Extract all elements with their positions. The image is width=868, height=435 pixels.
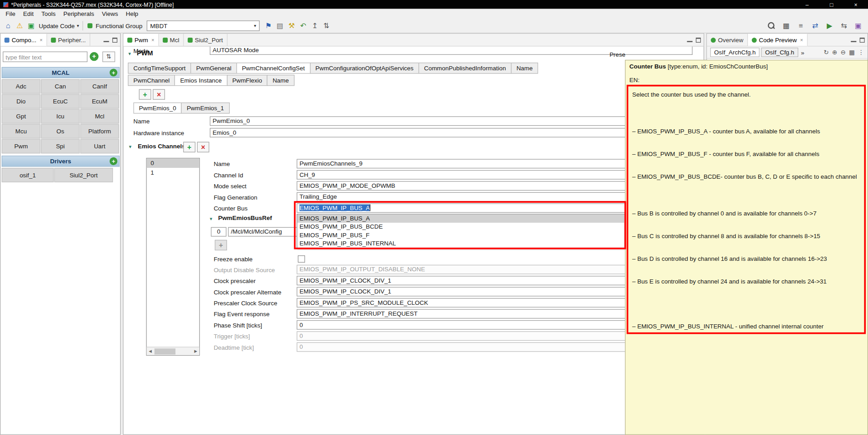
scroll-left-icon[interactable]: ◀ [147, 349, 154, 353]
tab-code-preview[interactable]: Code Preview × [748, 34, 808, 46]
maximize-view-icon[interactable] [696, 37, 701, 42]
tab-pwmflexio[interactable]: PwmFlexio [227, 75, 267, 86]
close-button[interactable]: × [844, 0, 868, 9]
update-code-icon[interactable]: ▣ [26, 20, 36, 31]
mcal-item-pwm[interactable]: Pwm [2, 139, 40, 154]
sync-icon[interactable]: ⇆ [839, 20, 849, 31]
close-tab-icon[interactable]: × [151, 37, 154, 43]
channel-list-scrollbar[interactable]: ◀ ▶ [147, 347, 199, 355]
busref-section-chevron-icon[interactable]: ▾ [210, 216, 213, 221]
tab-peripherals[interactable]: Peripher... [47, 34, 90, 46]
run-icon[interactable]: ▶ [824, 20, 835, 31]
report-icon[interactable]: ▤ [275, 20, 285, 31]
tab-pwm[interactable]: Pwm × [123, 34, 159, 46]
dropdown-option-bus-bcde[interactable]: EMIOS_PWM_IP_BUS_BCDE [297, 223, 625, 231]
export-icon[interactable]: ↥ [310, 20, 320, 31]
add-component-button[interactable]: + [90, 52, 99, 61]
list-icon[interactable]: ≡ [795, 20, 806, 31]
mcal-item-dio[interactable]: Dio [2, 94, 40, 109]
mcal-item-can[interactable]: Can [41, 79, 79, 94]
menu-edit[interactable]: Edit [19, 9, 37, 19]
mcal-item-canif[interactable]: CanIf [80, 79, 119, 94]
channels-section-chevron-icon[interactable]: ▾ [129, 144, 132, 150]
grid-perspective-icon[interactable]: ▦ [781, 20, 791, 31]
menu-help[interactable]: Help [122, 9, 142, 19]
file-tab-archcfg[interactable]: OsIf_ArchCfg.h [710, 48, 760, 57]
sort-icon[interactable]: ⇅ [321, 20, 332, 31]
mcal-item-ecuc[interactable]: EcuC [41, 94, 79, 109]
filter-input[interactable] [3, 52, 87, 62]
tab-name2[interactable]: Name [267, 75, 294, 86]
combo-caret-icon[interactable]: ▾ [251, 23, 259, 28]
minimize-view-icon[interactable] [103, 38, 109, 42]
add-driver-button[interactable]: + [110, 157, 117, 165]
functional-group-select[interactable]: MBDT ▾ [147, 20, 260, 31]
columns-icon[interactable]: ▦ [849, 49, 855, 56]
tab-pwmchannelconfigset[interactable]: PwmChannelConfigSet [236, 63, 310, 73]
mcal-item-spi[interactable]: Spi [41, 139, 79, 154]
update-code-caret-icon[interactable]: ▾ [77, 23, 79, 28]
tab-overview[interactable]: Overview [707, 34, 748, 46]
add-mcal-button[interactable]: + [110, 68, 117, 76]
tab-siul2-port[interactable]: Siul2_Port [184, 34, 227, 46]
minimize-button[interactable]: – [795, 0, 820, 9]
close-tab-icon[interactable]: × [800, 37, 803, 43]
update-code-button[interactable]: Update Code [38, 22, 76, 29]
close-tab-icon[interactable]: × [39, 37, 42, 43]
refresh-icon[interactable]: ↻ [824, 49, 829, 56]
menu-peripherals[interactable]: Peripherals [59, 9, 98, 19]
mcal-item-adc[interactable]: Adc [2, 79, 40, 94]
scroll-right-icon[interactable]: ▶ [192, 349, 199, 353]
tab-commonpublishedinformation[interactable]: CommonPublishedInformation [418, 63, 511, 73]
warning-icon[interactable]: ⚠ [15, 20, 25, 31]
add-channel-button[interactable]: + [183, 142, 195, 152]
sort-components-button[interactable]: ⇅ [102, 52, 115, 62]
mcal-item-mcu[interactable]: Mcu [2, 124, 40, 139]
palette-icon[interactable]: ▣ [853, 20, 863, 31]
add-instance-button[interactable]: + [139, 89, 151, 100]
remove-channel-button[interactable]: × [197, 142, 209, 152]
remove-instance-button[interactable]: × [153, 89, 165, 100]
pwm-section-chevron-icon[interactable]: ▾ [128, 51, 131, 56]
instance-name-input[interactable]: PwmEmios_0 [210, 116, 693, 126]
search-icon[interactable] [768, 22, 775, 29]
scrollbar-thumb[interactable] [155, 348, 175, 354]
channel-row-1[interactable]: 1 [147, 168, 199, 177]
maximize-view-icon[interactable] [112, 37, 117, 42]
tab-mcl[interactable]: Mcl [159, 34, 184, 46]
dropdown-option-bus-f[interactable]: EMIOS_PWM_IP_BUS_F [297, 231, 625, 239]
tab-pwmemios-0[interactable]: PwmEmios_0 [133, 103, 182, 113]
tab-pwmgeneral[interactable]: PwmGeneral [191, 63, 237, 73]
channel-row-0[interactable]: 0 [147, 158, 199, 168]
swap-icon[interactable]: ⇄ [810, 20, 820, 31]
tab-configtimesupport[interactable]: ConfigTimeSupport [128, 63, 191, 73]
tab-emios-instance[interactable]: Emios Instance [175, 75, 227, 86]
flag-icon[interactable]: ⚑ [263, 20, 273, 31]
freeze-enable-checkbox[interactable] [298, 255, 305, 263]
mcal-item-gpt[interactable]: Gpt [2, 109, 40, 124]
driver-item-osif[interactable]: osif_1 [2, 168, 54, 182]
busref-index-cell[interactable]: 0 [211, 227, 226, 237]
hardware-instance-input[interactable]: Emios_0 [210, 128, 693, 137]
tab-overflow-icon[interactable]: » [800, 49, 805, 56]
more-options-icon[interactable]: ⋮ [858, 49, 864, 56]
maximize-button[interactable]: □ [820, 0, 844, 9]
tab-pwmconfigurationofoptapiservices[interactable]: PwmConfigurationOfOptApiServices [310, 63, 419, 73]
undo-icon[interactable]: ↶ [298, 20, 308, 31]
mcal-item-ecum[interactable]: EcuM [80, 94, 119, 109]
driver-item-siul2-port[interactable]: Siul2_Port [54, 168, 113, 182]
menu-views[interactable]: Views [98, 9, 122, 19]
tools-icon[interactable]: ⚒ [286, 20, 297, 31]
tab-pwmemios-1[interactable]: PwmEmios_1 [181, 103, 230, 113]
zoom-in-icon[interactable]: ⊕ [832, 49, 837, 56]
mcal-item-mcl[interactable]: Mcl [80, 109, 119, 124]
minimize-view-icon[interactable] [851, 38, 856, 42]
file-tab-cfg[interactable]: OsIf_Cfg.h [761, 48, 798, 57]
dropdown-option-bus-a[interactable]: EMIOS_PWM_IP_BUS_A [297, 215, 625, 223]
add-busref-button[interactable]: + [215, 240, 227, 250]
maximize-view-icon[interactable] [860, 37, 865, 42]
zoom-out-icon[interactable]: ⊖ [840, 49, 845, 56]
tab-pwmchannel[interactable]: PwmChannel [128, 75, 175, 86]
tab-name[interactable]: Name [511, 63, 538, 73]
home-icon[interactable]: ⌂ [3, 20, 13, 31]
